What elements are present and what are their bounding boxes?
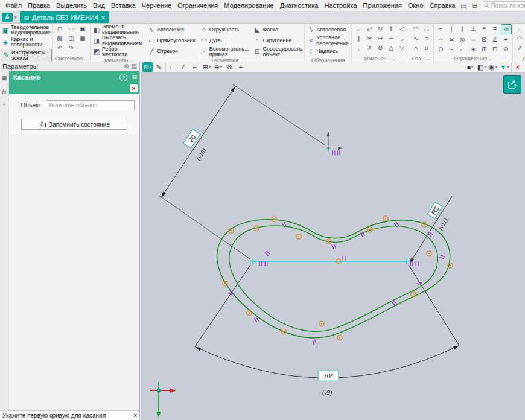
sketch-mode-indicator[interactable]: [503, 75, 521, 94]
constraint-tick-marker[interactable]: [428, 232, 433, 237]
constraint-tick-marker[interactable]: [337, 151, 340, 156]
tangent-constraint-icon[interactable]: ⊚: [501, 24, 512, 34]
radial-dimension-icon[interactable]: ◠: [515, 34, 524, 43]
status-close-icon[interactable]: ×: [133, 412, 137, 419]
rounding-icon[interactable]: ⌐: [190, 62, 200, 72]
tab-detail-bez-imeni4[interactable]: ▤ Деталь БЕЗ ИМЕНИ4 ×: [20, 11, 110, 23]
menu-item[interactable]: Справка: [427, 1, 459, 10]
lock-constraint-icon[interactable]: ⊞: [479, 45, 489, 54]
divide-icon[interactable]: ∪: [422, 43, 431, 52]
angle-constraint-icon[interactable]: ∠: [490, 35, 500, 44]
symmetry-constraint-icon[interactable]: ⇔: [468, 35, 478, 44]
grid-icon[interactable]: ⊞ ▾: [202, 62, 212, 72]
constraint-tick-marker[interactable]: [332, 244, 336, 249]
split-point-icon[interactable]: ◡: [422, 24, 431, 33]
menu-item[interactable]: Окно: [405, 1, 427, 10]
menu-item[interactable]: Приложения: [360, 1, 405, 10]
coincident-constraint-icon[interactable]: ≡: [479, 24, 489, 33]
clipboard-icon[interactable]: ▦: [78, 34, 88, 43]
remember-state-button[interactable]: Запомнить состояние: [21, 119, 127, 130]
constraint-tick-marker[interactable]: [259, 261, 262, 266]
segment-button[interactable]: ╱ Отрезок: [147, 46, 196, 57]
current-command-icon[interactable]: ⊡ ▾: [142, 62, 153, 72]
split-curve-icon[interactable]: ◠: [411, 24, 421, 33]
tangent-point-marker[interactable]: [427, 251, 431, 256]
tangent-point-marker[interactable]: [319, 321, 324, 326]
view-mode-icon[interactable]: ◧ ▾: [477, 62, 487, 72]
window-layout-icon[interactable]: ⊞: [470, 1, 480, 10]
tangent-point-marker[interactable]: [223, 281, 228, 286]
fillet-modify-icon[interactable]: ◞: [397, 34, 407, 43]
spline-point-right[interactable]: [403, 258, 409, 264]
tangent-point-marker[interactable]: [337, 335, 342, 340]
app-menu-caret-icon[interactable]: ▾: [14, 15, 17, 20]
menu-item[interactable]: Выделить: [53, 1, 90, 10]
auto-centerline-button[interactable]: ϟ Автоосевая: [307, 24, 349, 35]
dim20-line[interactable]: [161, 86, 235, 197]
spline-point-left[interactable]: [250, 258, 256, 264]
constraint-tick-marker[interactable]: [265, 261, 267, 266]
mode-solid-modeling[interactable]: ▣ Твердотельное моделирование: [1, 24, 52, 36]
auto-dimension-icon[interactable]: ↔: [515, 24, 524, 33]
autoline-button[interactable]: ∿ Автолиния: [147, 24, 196, 35]
new-document-icon[interactable]: ◻: [55, 24, 65, 33]
redo-icon[interactable]: ↷: [66, 43, 76, 52]
extend-icon[interactable]: ↦: [375, 34, 385, 43]
merge-icon[interactable]: ≈: [422, 34, 431, 43]
command-list-icon[interactable]: ▤: [132, 74, 137, 80]
break-icon[interactable]: ∿: [411, 34, 421, 43]
array-icon[interactable]: ⋮: [354, 43, 363, 52]
constraint-tick-marker[interactable]: [265, 251, 270, 256]
tangent-point-marker[interactable]: [296, 234, 301, 239]
point-on-curve-constraint-icon[interactable]: ⊙: [436, 45, 445, 54]
copy-icon[interactable]: ⇄: [364, 24, 374, 33]
extrude-element-button[interactable]: ◧ Элемент выдавливания: [92, 24, 143, 35]
scale-icon[interactable]: ⇕: [386, 24, 396, 33]
chamfer-button[interactable]: ◣ Фаска: [253, 24, 302, 35]
mode-sketch-tools[interactable]: ✎ Инструменты эскиза: [1, 49, 52, 62]
trim-icon[interactable]: ✂: [364, 34, 374, 43]
separator-2[interactable]: [511, 63, 512, 71]
mode-wireframe-surfaces[interactable]: ◈ Каркас и поверхности: [1, 36, 52, 48]
recent-documents-icon[interactable]: ▤: [459, 1, 468, 10]
split-icon[interactable]: ─: [386, 34, 396, 43]
equal-radius-constraint-icon[interactable]: ≅: [447, 35, 456, 44]
arc-button[interactable]: ◠ Дуга: [200, 35, 250, 46]
tangent-point-marker[interactable]: [383, 216, 388, 221]
visibility-icon[interactable]: ◉ ▾: [488, 62, 498, 72]
scale-percent-icon[interactable]: %: [224, 62, 235, 72]
collinear-constraint-icon[interactable]: =: [490, 24, 500, 33]
auto-constraint-icon[interactable]: ⊛: [501, 45, 511, 54]
parallel-constraint-icon[interactable]: ∥: [457, 24, 467, 33]
menu-item[interactable]: Файл: [2, 1, 25, 10]
vertical-constraint-icon[interactable]: |: [447, 24, 456, 33]
toolbar-spacer[interactable]: [247, 62, 464, 72]
text-label-button[interactable]: T Надпись: [307, 46, 349, 57]
save-icon[interactable]: ▣: [78, 24, 88, 33]
fix-constraint-icon[interactable]: ⊠: [479, 35, 489, 44]
dim70-label[interactable]: 70°: [318, 371, 339, 381]
constraint-tick-marker[interactable]: [313, 339, 316, 345]
app-menu-icon[interactable]: A: [2, 13, 13, 22]
smooth-constraint-icon[interactable]: ∼: [447, 45, 456, 54]
equal-length-constraint-icon[interactable]: ≃: [436, 35, 445, 44]
tree-icon[interactable]: ▤: [132, 63, 137, 69]
help-icon[interactable]: ?: [119, 74, 127, 81]
menu-item[interactable]: Правка: [25, 1, 53, 10]
print-preview-icon[interactable]: ◫: [66, 34, 76, 43]
structure-icon[interactable]: ▦: [2, 75, 7, 81]
mirror-icon[interactable]: ◁: [397, 24, 407, 33]
fillet-button[interactable]: ◜ Скругление: [253, 35, 302, 46]
menu-item[interactable]: Ограничения: [174, 1, 221, 10]
constraint-tick-marker[interactable]: [343, 256, 345, 261]
command-search-input[interactable]: Поиск по командам (Alt+/): [482, 1, 525, 10]
ortho-mode-icon[interactable]: ∟: [167, 62, 177, 72]
cut-extrude-button[interactable]: ◨ Вырезать выдавливанием: [92, 35, 143, 46]
constraint-tick-marker[interactable]: [332, 151, 335, 156]
print-icon[interactable]: ▤: [55, 34, 65, 43]
delete-part-icon[interactable]: ⊘: [375, 43, 385, 52]
menu-item[interactable]: Вид: [90, 1, 108, 10]
tangent-point-marker[interactable]: [247, 310, 252, 315]
align-constraint-icon[interactable]: ⌐: [457, 45, 467, 54]
sketch-curve-inner[interactable]: [229, 226, 438, 331]
